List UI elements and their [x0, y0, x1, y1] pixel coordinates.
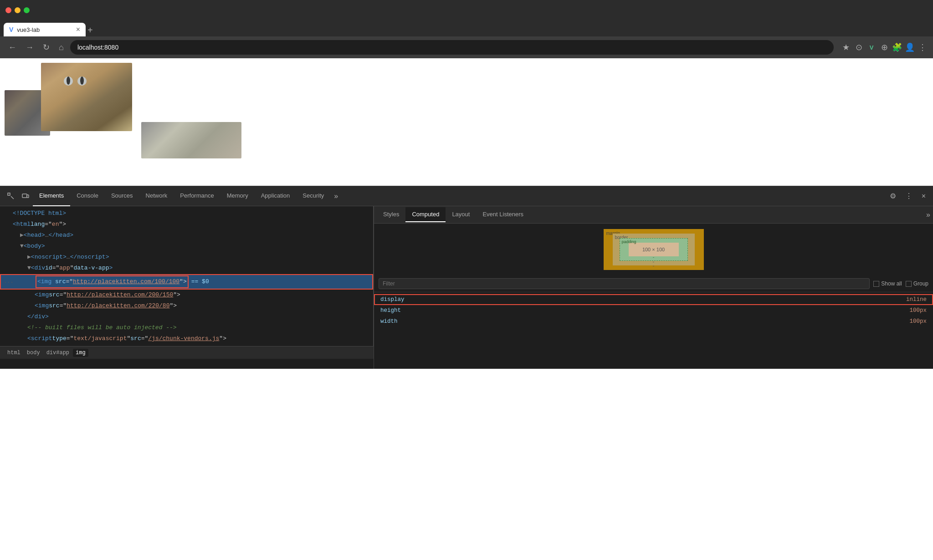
html-line-img-selected[interactable]: ... <img src="http://placekitten.com/100…: [0, 274, 373, 290]
tab-title: vue3-lab: [17, 26, 72, 33]
computed-style-height: height 100px: [374, 305, 933, 316]
cat-image-3: [141, 122, 241, 158]
tab-elements[interactable]: Elements: [33, 186, 70, 206]
devtools-body: <!DOCTYPE html> <html lang="en"> ▶ <head…: [0, 206, 933, 369]
devtools-close-button[interactable]: ×: [918, 189, 929, 203]
devtools-settings-button[interactable]: ⚙: [886, 189, 900, 203]
breadcrumb-div-app[interactable]: div#app: [44, 349, 72, 357]
svg-rect-1: [22, 194, 27, 198]
html-line-doctype: <!DOCTYPE html>: [0, 208, 373, 219]
cs-prop-width: width: [380, 318, 909, 325]
cs-val-height: 100px: [909, 307, 927, 314]
show-all-checkbox[interactable]: [873, 281, 879, 287]
cs-val-display: inline: [906, 296, 927, 303]
more-tabs-button[interactable]: »: [330, 189, 342, 203]
html-line-comment: <!-- built files will be auto injected -…: [0, 322, 373, 333]
tab-layout[interactable]: Layout: [446, 207, 476, 222]
box-model: margin - border - padding - 100 × 100: [604, 229, 704, 270]
computed-styles-list: display inline height 100px width 100px: [374, 292, 933, 369]
tab-performance[interactable]: Performance: [174, 186, 220, 206]
cs-prop-display: display: [380, 296, 906, 303]
tab-application[interactable]: Application: [255, 186, 297, 206]
box-margin: margin - border - padding - 100 × 100: [604, 229, 704, 270]
cs-val-width: 100px: [909, 318, 927, 325]
cursor-icon[interactable]: ⊕: [879, 42, 889, 52]
selected-img-box: <img src="http://placekitten.com/100/100…: [36, 275, 189, 288]
computed-style-display: display inline: [374, 294, 933, 305]
inspect-element-button[interactable]: [4, 190, 18, 203]
maximize-button[interactable]: [24, 7, 30, 13]
active-tab[interactable]: V vue3-lab ×: [4, 23, 86, 36]
tab-styles[interactable]: Styles: [377, 207, 405, 222]
group-label: Group: [913, 280, 928, 287]
show-all-label: Show all: [881, 280, 902, 287]
profile-icon[interactable]: 👤: [905, 42, 915, 52]
html-line-script: <script type="text/javascript" src="/js/…: [0, 333, 373, 344]
home-button[interactable]: ⌂: [56, 41, 67, 54]
svg-rect-0: [8, 193, 10, 195]
box-padding: padding - 100 × 100: [620, 238, 688, 261]
cs-prop-height: height: [380, 307, 909, 314]
tab-bar: V vue3-lab × +: [0, 20, 933, 36]
right-panel-tabs: Styles Computed Layout Event Listeners »: [374, 206, 933, 224]
breadcrumb-bar: html body div#app img: [0, 346, 374, 359]
html-line-img-2: <img src="http://placekitten.com/200/150…: [0, 290, 373, 300]
tab-sources[interactable]: Sources: [105, 186, 139, 206]
group-checkbox-group: Group: [906, 280, 928, 287]
box-content: 100 × 100: [629, 243, 679, 256]
device-toolbar-button[interactable]: [18, 190, 33, 203]
traffic-lights: [5, 7, 30, 13]
tab-event-listeners[interactable]: Event Listeners: [476, 207, 530, 222]
cat-image-2: [41, 63, 132, 131]
filter-bar: Show all Group: [374, 275, 933, 292]
tab-favicon-icon: V: [9, 26, 13, 33]
breadcrumb-html[interactable]: html: [5, 349, 23, 357]
forward-button[interactable]: →: [23, 41, 36, 54]
new-tab-button[interactable]: +: [87, 25, 93, 36]
tab-network[interactable]: Network: [139, 186, 174, 206]
close-button[interactable]: [5, 7, 11, 13]
more-right-tabs-button[interactable]: »: [926, 211, 930, 219]
tab-security[interactable]: Security: [296, 186, 330, 206]
show-all-checkbox-group: Show all: [873, 280, 902, 287]
extensions-icon[interactable]: 🧩: [892, 42, 902, 52]
breadcrumb-body[interactable]: body: [24, 349, 43, 357]
page-content: [0, 58, 933, 186]
devtools-menu-button[interactable]: ⋮: [902, 189, 916, 203]
breadcrumb-img[interactable]: img: [73, 349, 88, 357]
tab-memory[interactable]: Memory: [220, 186, 255, 206]
group-checkbox[interactable]: [906, 281, 912, 287]
reload-button[interactable]: ↻: [40, 41, 52, 54]
html-line-div-app: ▼ <div id="app" data-v-app>: [0, 263, 373, 274]
box-border: border - padding - 100 × 100: [613, 234, 695, 265]
minimize-button[interactable]: [15, 7, 21, 13]
html-line-head: ▶ <head>…</head>: [0, 230, 373, 241]
svg-rect-2: [27, 195, 29, 198]
computed-style-width: width 100px: [374, 316, 933, 327]
toolbar-icons: ★ ⊙ V ⊕ 🧩 👤 ⋮: [841, 42, 928, 52]
bookmark-icon[interactable]: ★: [841, 42, 851, 52]
browser-toolbar: ← → ↻ ⌂ ★ ⊙ V ⊕ 🧩 👤 ⋮: [0, 36, 933, 58]
right-panel: Styles Computed Layout Event Listeners »…: [374, 206, 933, 369]
vue-devtools-icon[interactable]: V: [866, 42, 877, 52]
devtools-panel: Elements Console Sources Network Perform…: [0, 186, 933, 369]
html-line-html: <html lang="en">: [0, 219, 373, 230]
html-line-noscript: ▶ <noscript>…</noscript>: [0, 252, 373, 263]
tab-close-icon[interactable]: ×: [76, 25, 80, 34]
box-model-area: margin - border - padding - 100 × 100: [374, 224, 933, 275]
html-panel[interactable]: <!DOCTYPE html> <html lang="en"> ▶ <head…: [0, 206, 374, 346]
tab-computed[interactable]: Computed: [405, 207, 446, 222]
back-button[interactable]: ←: [5, 41, 19, 54]
title-bar: [0, 0, 933, 20]
html-line-body: ▼ <body>: [0, 241, 373, 252]
menu-icon[interactable]: ⋮: [918, 42, 928, 52]
html-line-img-3: <img src="http://placekitten.com/220/80"…: [0, 300, 373, 311]
tab-console[interactable]: Console: [70, 186, 105, 206]
filter-input[interactable]: [379, 278, 870, 289]
address-bar[interactable]: [70, 40, 834, 55]
html-line-div-close: </div>: [0, 311, 373, 322]
devtools-toolbar: Elements Console Sources Network Perform…: [0, 186, 933, 206]
extension-icon-1[interactable]: ⊙: [854, 42, 864, 52]
